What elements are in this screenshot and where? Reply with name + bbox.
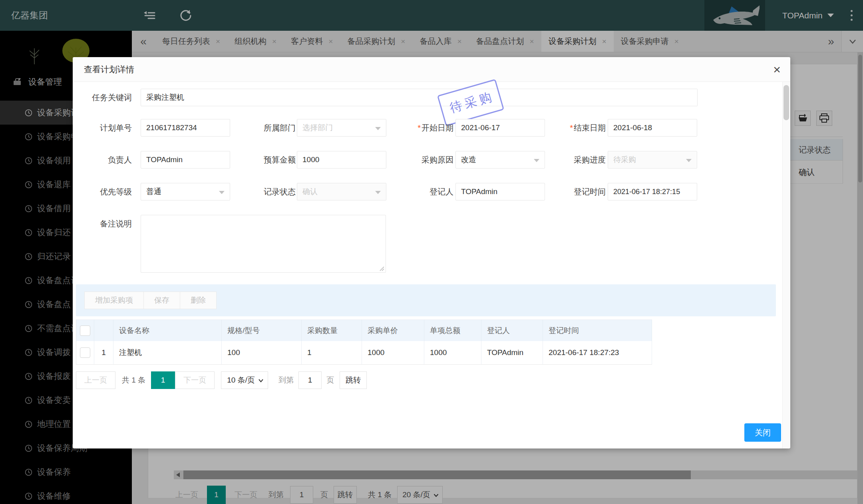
row-registrant: TOPAdmin [481,341,543,364]
owner-label: 负责人 [73,151,132,169]
header-device-name: 设备名称 [113,319,222,341]
header-total: 单项总额 [424,319,481,341]
current-page[interactable]: 1 [151,371,175,389]
end-date-label: *结束日期 [543,119,606,137]
start-date-label: *开始日期 [388,119,453,137]
modal-scrollbar[interactable] [782,82,790,448]
modal-pagination: 上一页 共 1 条 1 下一页 10 条/页 到第 页 跳转 [76,371,367,389]
row-checkbox-cell [76,341,94,364]
row-total: 1000 [424,341,481,364]
remark-textarea[interactable] [141,215,386,273]
add-item-button[interactable]: 增加采购项 [84,292,144,309]
per-page-select[interactable]: 10 条/页 [221,371,268,389]
row-qty: 1 [302,341,362,364]
reg-time-label: 登记时间 [543,183,606,200]
modal-header: 查看计划详情 × [73,57,790,82]
reason-label: 采购原因 [388,151,453,169]
chevron-down-icon [258,379,264,383]
keyword-label: 任务关键词 [73,89,132,106]
goto-label: 到第 [278,375,294,385]
owner-input[interactable] [141,151,230,169]
row-spec: 100 [222,341,302,364]
registrant-label: 登记人 [388,183,453,200]
header-qty: 采购数量 [302,319,362,341]
row-unit-price: 1000 [362,341,424,364]
start-date-input[interactable] [455,119,545,137]
next-page-button[interactable]: 下一页 [175,371,215,389]
reason-select[interactable]: 改造 [455,151,545,169]
progress-label: 采购进度 [543,151,606,169]
record-status-label: 记录状态 [233,183,296,200]
close-icon[interactable]: × [773,63,781,76]
delete-button[interactable]: 删除 [180,292,217,309]
row-device-name: 注塑机 [113,341,222,364]
purchase-items-table: 设备名称 规格/型号 采购数量 采购单价 单项总额 登记人 登记时间 1 注塑机… [76,319,652,365]
modal-title: 查看计划详情 [84,57,134,82]
keyword-input[interactable] [141,89,698,106]
table-header-row: 设备名称 规格/型号 采购数量 采购单价 单项总额 登记人 登记时间 [76,319,652,341]
header-registrant: 登记人 [481,319,543,341]
row-seq: 1 [94,341,113,364]
header-spec: 规格/型号 [222,319,302,341]
row-reg-time: 2021-06-17 18:27:23 [543,341,652,364]
progress-select: 待采购 [608,151,697,169]
record-status-select: 确认 [297,183,386,200]
header-checkbox-cell [76,319,94,341]
remark-label: 备注说明 [73,215,132,232]
priority-select[interactable]: 普通 [141,183,230,200]
table-row[interactable]: 1 注塑机 100 1 1000 1000 TOPAdmin 2021-06-1… [76,341,652,365]
jump-button[interactable]: 跳转 [340,371,367,389]
select-all-checkbox[interactable] [80,325,90,336]
goto-unit: 页 [326,375,334,385]
close-modal-button[interactable]: 关闭 [744,423,781,442]
prev-page-button[interactable]: 上一页 [76,371,115,389]
purchase-items-panel: 增加采购项 保存 删除 [76,284,776,316]
header-reg-time: 登记时间 [543,319,652,341]
plan-no-input[interactable] [141,119,230,137]
dept-label: 所属部门 [233,119,296,137]
plan-detail-modal: 查看计划详情 × 任务关键词 待采购 计划单号 所属部门 选择部门 *开始日期 … [73,57,790,448]
header-unit-price: 采购单价 [362,319,424,341]
priority-label: 优先等级 [73,183,132,200]
goto-page-input[interactable] [298,371,322,389]
dept-select[interactable]: 选择部门 [297,119,386,137]
budget-input[interactable] [297,151,386,169]
save-button[interactable]: 保存 [143,292,180,309]
total-count: 共 1 条 [122,375,145,385]
row-checkbox[interactable] [80,347,90,358]
plan-no-label: 计划单号 [73,119,132,137]
modal-scrollbar-thumb[interactable] [783,85,789,120]
budget-label: 预算金额 [233,151,296,169]
end-date-input[interactable] [608,119,697,137]
reg-time-input[interactable] [608,183,697,200]
registrant-input[interactable] [455,183,545,200]
header-seq-cell [94,319,113,341]
